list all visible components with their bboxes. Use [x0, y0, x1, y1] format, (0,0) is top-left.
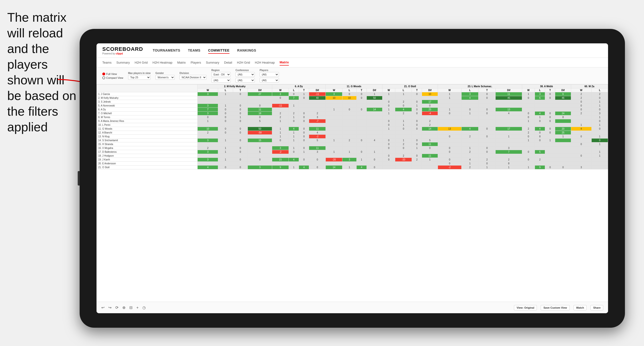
- cell: 2: [272, 112, 288, 115]
- filter-gender-select[interactable]: Women's Men's: [156, 75, 175, 80]
- subnav-teams[interactable]: Teams: [102, 60, 112, 65]
- full-view-option[interactable]: Full View: [102, 73, 123, 75]
- cell: [438, 139, 461, 142]
- subnav-players[interactable]: Players: [190, 60, 201, 65]
- nav-committee[interactable]: COMMITTEE: [208, 47, 230, 54]
- cell: [438, 142, 461, 146]
- cell: [366, 162, 382, 166]
- cell: [326, 100, 342, 104]
- filter-conference-select2[interactable]: (All): [236, 78, 255, 83]
- cell: [366, 119, 382, 123]
- add-icon[interactable]: +: [136, 306, 138, 310]
- player-name: 9. A Maria Jimenez Rios: [97, 119, 198, 123]
- cell: 0: [522, 158, 535, 162]
- filter-players-label: Players: [260, 69, 279, 72]
- cell: [218, 142, 233, 146]
- nav-rankings[interactable]: RANKINGS: [237, 47, 256, 54]
- cell: [248, 123, 272, 127]
- filter-players: Players (All) (All): [260, 69, 279, 83]
- cell: [545, 142, 555, 146]
- cell: 1: [592, 100, 608, 104]
- cell: 0: [535, 119, 545, 123]
- subnav-detail[interactable]: Detail: [224, 60, 232, 65]
- undo-icon[interactable]: ↩: [101, 305, 104, 310]
- subnav-h2h-heatmap2[interactable]: H2H Heatmap: [255, 60, 274, 65]
- cell: [395, 115, 412, 119]
- timer-icon[interactable]: ◷: [142, 305, 146, 310]
- cell: 0: [571, 108, 592, 112]
- share-button[interactable]: Share: [590, 305, 603, 310]
- cell: [366, 123, 382, 127]
- nav-tournaments[interactable]: TOURNAMENTS: [153, 47, 180, 54]
- cell: 0: [535, 139, 545, 142]
- cell: [382, 135, 395, 139]
- cell: [366, 131, 382, 135]
- zoom-in-icon[interactable]: ⊕: [122, 305, 126, 310]
- filter-division-select[interactable]: NCAA Division II NCAA Division I: [180, 75, 206, 80]
- table-row: 5. A Nomrowski 3100 -111 0010 01: [97, 104, 608, 108]
- watch-button[interactable]: Watch: [574, 305, 587, 310]
- filter-players-select1[interactable]: (All): [260, 72, 279, 77]
- nav-teams[interactable]: TEAMS: [188, 47, 200, 54]
- redo-icon[interactable]: ↪: [108, 305, 112, 310]
- cell: 0: [218, 131, 233, 135]
- subnav-h2h-grid1[interactable]: H2H Grid: [135, 60, 148, 65]
- cell: 1: [496, 135, 522, 139]
- cell: 3: [535, 92, 545, 96]
- cell: 1: [592, 104, 608, 108]
- cell: 3: [461, 92, 478, 96]
- cell: [233, 96, 248, 100]
- compact-view-option[interactable]: Compact View: [102, 76, 123, 79]
- cell: 2: [395, 154, 412, 158]
- view-original-button[interactable]: View: Original: [514, 305, 537, 310]
- subnav-h2h-heatmap1[interactable]: H2H Heatmap: [152, 60, 172, 65]
- cell: 0: [438, 150, 461, 154]
- cell: 0: [218, 166, 233, 170]
- cell: -33: [395, 158, 412, 162]
- cell: 6: [535, 96, 545, 100]
- cell: [382, 166, 395, 170]
- cell: [356, 146, 366, 150]
- cell: 0: [545, 166, 555, 170]
- matrix-content[interactable]: 2. M Kelly Mulcahy 6. A Dy 11. G Woods 2…: [96, 84, 608, 302]
- cell: [535, 154, 545, 158]
- cell: 45: [496, 96, 522, 100]
- subnav-matrix1[interactable]: Matrix: [177, 60, 186, 65]
- save-custom-view-button[interactable]: Save Custom View: [541, 305, 570, 310]
- cell: [571, 158, 592, 162]
- cell: 0: [233, 158, 248, 162]
- filter-max-players-select[interactable]: Top 25 Top 50: [128, 75, 150, 80]
- cell: [299, 123, 309, 127]
- table-row: 10. L Perini 0102 11: [97, 123, 608, 127]
- subnav-summary2[interactable]: Summary: [206, 60, 219, 65]
- filter-players-select2[interactable]: (All): [260, 78, 279, 83]
- cell: [545, 100, 555, 104]
- filter-region-select2[interactable]: (All): [211, 78, 231, 83]
- cell: 2: [422, 123, 438, 127]
- cell: [545, 108, 555, 112]
- cell: 25: [555, 131, 571, 135]
- refresh-icon[interactable]: ⟳: [115, 305, 118, 310]
- cell: 3: [342, 158, 356, 162]
- cell: [218, 96, 233, 100]
- cell: [326, 142, 342, 146]
- cell: 8: [555, 115, 571, 119]
- subnav-summary1[interactable]: Summary: [116, 60, 130, 65]
- subnav-h2h-grid2[interactable]: H2H Grid: [237, 60, 250, 65]
- cell: 1: [288, 146, 299, 150]
- zoom-out-icon[interactable]: ⊟: [129, 305, 132, 310]
- player-name: 18. J Hodgson: [97, 154, 198, 158]
- table-row: 1. J Garcia 31027 301-11 3001 11010 1301…: [97, 92, 608, 96]
- subnav-matrix2[interactable]: Matrix: [280, 59, 289, 66]
- cell: [342, 131, 356, 135]
- cell: 0: [412, 112, 422, 115]
- cell: 5: [309, 139, 326, 142]
- cell: 15: [272, 158, 288, 162]
- cell: [555, 154, 571, 158]
- filter-region-select1[interactable]: East - DII (All): [211, 72, 231, 77]
- cell: [326, 135, 342, 139]
- cell: 0: [438, 146, 461, 150]
- cell: [272, 100, 288, 104]
- player-name: 11. G Woods: [97, 127, 198, 131]
- filter-conference-select1[interactable]: (All): [236, 72, 255, 77]
